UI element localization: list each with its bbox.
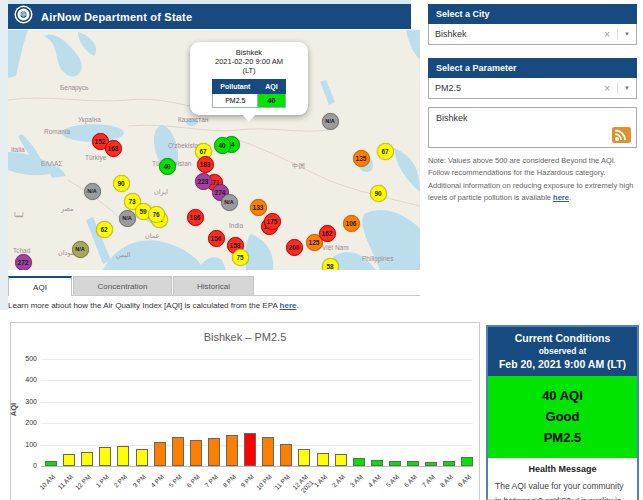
parameter-select-value: PM2.5: [435, 83, 604, 93]
aqi-marker[interactable]: 156: [208, 230, 225, 247]
map-label: مصر: [61, 205, 74, 213]
map-label: Philippines: [362, 255, 393, 262]
aqi-marker[interactable]: N/A: [221, 194, 238, 211]
clipped-footnote: Note: Values above 500 are considered Be…: [486, 496, 639, 500]
chart-bar: [298, 449, 310, 466]
aqi-marker[interactable]: N/A: [72, 241, 89, 258]
aqi-marker[interactable]: 40: [159, 158, 176, 175]
chart-y-tick: 400: [15, 376, 37, 383]
chart-bar: [461, 457, 473, 466]
learn-more-text: Learn more about how the Air Quality Ind…: [8, 301, 299, 310]
chart-bar: [317, 453, 329, 466]
current-conditions-header: Current Conditions observed at Feb 20, 2…: [488, 327, 637, 376]
aqi-marker[interactable]: 135: [353, 150, 370, 167]
city-select[interactable]: Bishkek × ▼: [428, 24, 637, 45]
map-label: اليمن: [116, 251, 130, 259]
popup-aqi-value: 40: [258, 94, 285, 108]
aqi-marker[interactable]: N/A: [119, 210, 136, 227]
chart-bar: [117, 446, 129, 466]
aqi-marker[interactable]: 186: [187, 209, 204, 226]
chart-bar: [371, 460, 383, 466]
aqi-marker[interactable]: 90: [370, 185, 387, 202]
chart-y-tick: 300: [15, 398, 37, 405]
aqi-marker[interactable]: 175: [264, 213, 281, 230]
chart-bar: [208, 438, 220, 466]
tab-concentration[interactable]: Concentration: [73, 276, 172, 295]
aqi-marker[interactable]: 106: [343, 215, 360, 232]
map-label: ΕΛΛΑΣ: [41, 160, 62, 167]
chart-bar: [190, 440, 202, 466]
health-message-title: Health Message: [495, 464, 630, 474]
aqi-marker[interactable]: N/A: [84, 183, 101, 200]
chart-panel: Bishkek – PM2.5 AQI 010020030040050010 A…: [10, 322, 480, 500]
chart-bar: [99, 447, 111, 466]
chart-bar: [63, 454, 75, 466]
current-conditions-box: Current Conditions observed at Feb 20, 2…: [486, 325, 639, 500]
map-label: Україна: [78, 116, 101, 123]
city-panel-title: Select a City: [428, 4, 637, 24]
aqi-marker[interactable]: N/A: [322, 113, 339, 130]
chart-bar: [244, 433, 256, 466]
chart-bar: [280, 444, 292, 466]
map-label: ایران: [154, 188, 168, 196]
tab-bar: AQIConcentrationHistorical: [8, 276, 420, 296]
aqi-marker[interactable]: 40: [214, 137, 231, 154]
aqi-marker[interactable]: 75: [232, 249, 249, 266]
dos-seal-logo: [14, 5, 33, 28]
note-here-link[interactable]: here: [553, 193, 569, 202]
conditions-aqi-value: 40 AQI: [492, 386, 633, 407]
parameter-panel-title: Select a Parameter: [428, 58, 637, 78]
tab-historical[interactable]: Historical: [173, 276, 254, 295]
map-label: Việt Nam: [322, 244, 349, 251]
city-caret-down-icon[interactable]: ▼: [624, 31, 630, 37]
app-title: AirNow Department of State: [41, 11, 192, 23]
chart-bar: [262, 437, 274, 466]
map[interactable]: Bishkek 2021-02-20 9:00 AM (LT) Pollutan…: [8, 30, 420, 270]
left-gutter: [0, 0, 8, 310]
chart-gridline: [41, 380, 473, 381]
parameter-clear-icon[interactable]: ×: [604, 83, 610, 94]
aqi-marker[interactable]: 58: [322, 258, 339, 271]
aqi-marker[interactable]: 168: [105, 140, 122, 157]
chart-bar: [407, 461, 419, 466]
city-clear-icon[interactable]: ×: [604, 29, 610, 40]
chart-bar: [389, 461, 401, 466]
aqi-marker[interactable]: 272: [15, 254, 32, 271]
chart-bar: [443, 461, 455, 466]
chart-x-axis: [41, 466, 473, 467]
popup-city: Bishkek: [194, 48, 304, 57]
tab-aqi[interactable]: AQI: [8, 276, 72, 296]
aqi-marker[interactable]: 67: [377, 143, 394, 160]
aqi-marker[interactable]: 162: [319, 225, 336, 242]
aqi-marker[interactable]: 223: [195, 173, 212, 190]
learn-more-before: Learn more about how the Air Quality Ind…: [8, 301, 280, 310]
conditions-datetime: Feb 20, 2021 9:00 AM (LT): [492, 358, 633, 370]
aqi-marker[interactable]: 200: [286, 239, 303, 256]
aqi-marker[interactable]: 90: [113, 175, 130, 192]
chart-bar: [45, 461, 57, 466]
chart-y-tick: 100: [15, 441, 37, 448]
page: AirNow Department of State: [0, 0, 643, 500]
chart-gridline: [41, 423, 473, 424]
map-label: India: [229, 222, 243, 229]
rss-icon[interactable]: [612, 127, 631, 143]
parameter-caret-down-icon[interactable]: ▼: [624, 85, 630, 91]
chart-bar: [353, 458, 365, 466]
chart-bar: [335, 454, 347, 466]
city-panel: Select a City Bishkek × ▼: [428, 4, 637, 45]
aqi-marker[interactable]: 62: [96, 221, 113, 238]
conditions-title: Current Conditions: [492, 332, 633, 344]
feed-city-label: Bishkek: [436, 113, 468, 123]
aqi-marker[interactable]: 76: [148, 206, 165, 223]
parameter-select[interactable]: PM2.5 × ▼: [428, 78, 637, 99]
conditions-subtitle: observed at: [492, 346, 633, 356]
map-popup: Bishkek 2021-02-20 9:00 AM (LT) Pollutan…: [190, 42, 308, 115]
aqi-marker[interactable]: 183: [197, 156, 214, 173]
aqi-marker[interactable]: 133: [250, 199, 267, 216]
chart-bar: [425, 462, 437, 466]
health-message-block: Health Message The AQI value for your co…: [488, 458, 637, 500]
popup-table: Pollutant AQI PM2.5 40: [212, 79, 285, 108]
popup-timezone: (LT): [194, 66, 304, 75]
chart-bar: [136, 449, 148, 466]
epa-link[interactable]: here: [280, 301, 297, 310]
